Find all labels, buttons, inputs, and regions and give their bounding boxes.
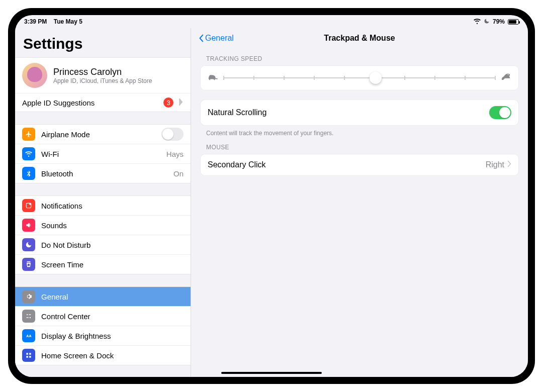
- wifi-value: Hays: [166, 150, 184, 158]
- sidebar-item-bluetooth[interactable]: Bluetooth On: [15, 164, 191, 183]
- settings-sidebar[interactable]: Settings Princess Carolyn Apple ID, iClo…: [15, 28, 191, 377]
- bluetooth-icon: [22, 167, 35, 180]
- sidebar-item-label: Do Not Disturb: [41, 241, 184, 249]
- sidebar-title: Settings: [15, 28, 191, 57]
- battery-icon: [508, 19, 519, 25]
- home-icon: [22, 349, 35, 362]
- hare-icon: [500, 73, 511, 83]
- sidebar-item-display[interactable]: AA Display & Brightness: [15, 326, 191, 346]
- sidebar-item-controlcenter[interactable]: Control Center: [15, 307, 191, 326]
- general-icon: [22, 290, 35, 303]
- device-frame: 3:39 PM Tue May 5 79%: [0, 0, 543, 392]
- sidebar-item-label: Home Screen & Dock: [41, 351, 184, 360]
- svg-rect-3: [29, 315, 31, 315]
- device-bezel: 3:39 PM Tue May 5 79%: [8, 8, 535, 384]
- chevron-right-icon: [177, 98, 184, 108]
- profile-name: Princess Carolyn: [53, 67, 152, 77]
- tracking-speed-header: TRACKING SPEED: [191, 48, 528, 65]
- apple-id-suggestions-badge: 3: [163, 97, 173, 108]
- airplane-icon: [22, 128, 35, 141]
- status-right: 79%: [474, 18, 519, 26]
- svg-point-2: [27, 314, 28, 315]
- mouse-header: MOUSE: [191, 137, 528, 154]
- status-date: Tue May 5: [54, 18, 82, 25]
- natural-scrolling-card: Natural Scrolling: [200, 100, 519, 126]
- sounds-icon: [22, 219, 35, 232]
- svg-rect-8: [29, 353, 31, 355]
- sidebar-item-sounds[interactable]: Sounds: [15, 216, 191, 235]
- sidebar-item-home[interactable]: Home Screen & Dock: [15, 346, 191, 365]
- sidebar-item-general[interactable]: General: [15, 287, 191, 307]
- profile-text: Princess Carolyn Apple ID, iCloud, iTune…: [53, 67, 152, 84]
- display-icon: AA: [22, 329, 35, 342]
- wifi-status-icon: [474, 18, 481, 26]
- tortoise-icon: [208, 73, 219, 83]
- wifi-icon: [22, 147, 35, 160]
- battery-pct: 79%: [493, 18, 505, 25]
- status-time: 3:39 PM: [24, 18, 47, 25]
- sidebar-item-label: Display & Brightness: [41, 332, 184, 340]
- general-group: General Control Center AA Display & Brig…: [15, 286, 191, 365]
- nav-bar: General Trackpad & Mouse: [191, 28, 528, 48]
- bluetooth-value: On: [173, 169, 184, 178]
- svg-rect-9: [26, 356, 28, 358]
- sidebar-item-label: General: [41, 292, 184, 301]
- page-title: Trackpad & Mouse: [324, 34, 395, 43]
- status-left: 3:39 PM Tue May 5: [24, 18, 82, 25]
- sidebar-item-label: Screen Time: [41, 260, 184, 269]
- avatar: [22, 63, 47, 88]
- natural-scrolling-label: Natural Scrolling: [208, 108, 489, 117]
- detail-pane: General Trackpad & Mouse TRACKING SPEED: [191, 28, 528, 377]
- slider-thumb[interactable]: [370, 72, 382, 84]
- svg-rect-10: [29, 356, 31, 358]
- sidebar-item-wifi[interactable]: Wi-Fi Hays: [15, 144, 191, 164]
- sidebar-item-dnd[interactable]: Do Not Disturb: [15, 235, 191, 255]
- sidebar-item-label: Control Center: [41, 312, 184, 321]
- controlcenter-icon: [22, 310, 35, 323]
- svg-point-1: [29, 203, 31, 205]
- apple-id-suggestions-label: Apple ID Suggestions: [22, 99, 163, 107]
- secondary-click-row[interactable]: Secondary Click Right: [201, 154, 518, 175]
- profile-sub: Apple ID, iCloud, iTunes & App Store: [53, 77, 152, 84]
- back-label: General: [205, 34, 234, 43]
- svg-rect-5: [26, 317, 29, 318]
- screentime-icon: [22, 258, 35, 271]
- split-view: Settings Princess Carolyn Apple ID, iClo…: [15, 28, 528, 377]
- sidebar-item-label: Sounds: [41, 221, 184, 230]
- home-indicator[interactable]: [221, 372, 322, 374]
- sidebar-item-label: Airplane Mode: [41, 130, 161, 139]
- svg-text:AA: AA: [26, 334, 31, 338]
- natural-scrolling-row[interactable]: Natural Scrolling: [201, 100, 518, 125]
- sidebar-item-label: Notifications: [41, 202, 184, 210]
- natural-scrolling-footnote: Content will track the movement of your …: [191, 126, 528, 137]
- secondary-click-label: Secondary Click: [208, 160, 486, 169]
- sidebar-item-screentime[interactable]: Screen Time: [15, 255, 191, 274]
- sidebar-item-label: Wi-Fi: [41, 150, 166, 158]
- tracking-speed-card: [200, 65, 519, 90]
- sidebar-item-label: Bluetooth: [41, 169, 173, 178]
- screen: 3:39 PM Tue May 5 79%: [15, 15, 528, 377]
- notifications-icon: [22, 199, 35, 212]
- sidebar-item-notifications[interactable]: Notifications: [15, 196, 191, 216]
- apple-id-row[interactable]: Princess Carolyn Apple ID, iCloud, iTune…: [15, 58, 191, 93]
- apple-id-suggestions-row[interactable]: Apple ID Suggestions 3: [15, 93, 191, 112]
- sidebar-item-airplane[interactable]: Airplane Mode: [15, 125, 191, 144]
- status-bar: 3:39 PM Tue May 5 79%: [15, 15, 528, 28]
- notifications-group: Notifications Sounds Do Not Disturb: [15, 195, 191, 274]
- dnd-icon: [22, 238, 35, 251]
- chevron-right-icon: [507, 160, 511, 169]
- network-group: Airplane Mode Wi-Fi Hays Bluetooth On: [15, 124, 191, 183]
- svg-point-4: [30, 317, 31, 318]
- profile-group: Princess Carolyn Apple ID, iCloud, iTune…: [15, 57, 191, 112]
- mouse-card: Secondary Click Right: [200, 154, 519, 176]
- back-button[interactable]: General: [198, 34, 234, 43]
- secondary-click-value: Right: [486, 160, 504, 169]
- dnd-status-icon: [484, 18, 490, 26]
- tracking-speed-slider[interactable]: [224, 73, 495, 83]
- natural-scrolling-toggle[interactable]: [489, 106, 511, 119]
- airplane-toggle[interactable]: [161, 128, 184, 141]
- svg-rect-7: [26, 353, 28, 355]
